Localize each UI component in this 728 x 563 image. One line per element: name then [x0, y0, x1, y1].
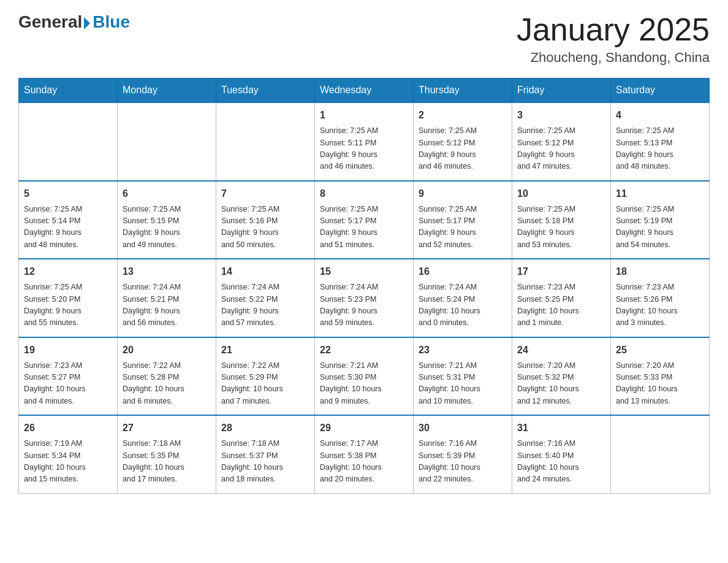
calendar-week-4: 19Sunrise: 7:23 AM Sunset: 5:27 PM Dayli…: [19, 337, 710, 416]
day-number: 31: [517, 421, 605, 435]
weekday-header-thursday: Thursday: [414, 79, 512, 103]
logo-blue-text: Blue: [93, 12, 130, 32]
weekday-header-tuesday: Tuesday: [216, 79, 315, 103]
calendar-week-1: 1Sunrise: 7:25 AM Sunset: 5:11 PM Daylig…: [19, 102, 710, 181]
calendar-cell: 22Sunrise: 7:21 AM Sunset: 5:30 PM Dayli…: [315, 337, 414, 416]
day-number: 22: [320, 343, 408, 358]
day-number: 30: [419, 421, 507, 435]
calendar-cell: 24Sunrise: 7:20 AM Sunset: 5:32 PM Dayli…: [512, 337, 611, 416]
month-title: January 2025: [517, 12, 710, 47]
day-info: Sunrise: 7:20 AM Sunset: 5:33 PM Dayligh…: [616, 360, 704, 408]
day-number: 19: [24, 343, 112, 358]
day-info: Sunrise: 7:25 AM Sunset: 5:19 PM Dayligh…: [616, 204, 704, 251]
calendar-cell: [216, 102, 315, 181]
calendar-cell: 7Sunrise: 7:25 AM Sunset: 5:16 PM Daylig…: [216, 181, 315, 259]
day-number: 27: [123, 421, 211, 435]
logo-general-text: General: [18, 12, 82, 32]
day-number: 17: [517, 264, 605, 279]
calendar-cell: 20Sunrise: 7:22 AM Sunset: 5:28 PM Dayli…: [118, 337, 216, 416]
calendar-cell: 12Sunrise: 7:25 AM Sunset: 5:20 PM Dayli…: [19, 259, 118, 337]
day-info: Sunrise: 7:21 AM Sunset: 5:30 PM Dayligh…: [320, 360, 408, 408]
day-number: 12: [24, 264, 112, 279]
calendar-cell: 3Sunrise: 7:25 AM Sunset: 5:12 PM Daylig…: [512, 102, 611, 181]
calendar-cell: 17Sunrise: 7:23 AM Sunset: 5:25 PM Dayli…: [512, 259, 611, 337]
day-number: 11: [616, 186, 704, 201]
day-info: Sunrise: 7:25 AM Sunset: 5:14 PM Dayligh…: [24, 204, 112, 251]
day-info: Sunrise: 7:24 AM Sunset: 5:23 PM Dayligh…: [320, 282, 408, 329]
day-number: 18: [616, 264, 704, 279]
calendar-cell: 9Sunrise: 7:25 AM Sunset: 5:17 PM Daylig…: [414, 181, 512, 259]
calendar-cell: 13Sunrise: 7:24 AM Sunset: 5:21 PM Dayli…: [118, 259, 216, 337]
day-info: Sunrise: 7:25 AM Sunset: 5:13 PM Dayligh…: [616, 125, 704, 173]
calendar-cell: 25Sunrise: 7:20 AM Sunset: 5:33 PM Dayli…: [611, 337, 710, 416]
logo: General Blue: [18, 12, 130, 32]
calendar-cell: 21Sunrise: 7:22 AM Sunset: 5:29 PM Dayli…: [216, 337, 315, 416]
calendar-cell: 2Sunrise: 7:25 AM Sunset: 5:12 PM Daylig…: [414, 102, 512, 181]
day-info: Sunrise: 7:24 AM Sunset: 5:21 PM Dayligh…: [123, 282, 211, 329]
calendar-cell: [118, 102, 216, 181]
day-info: Sunrise: 7:25 AM Sunset: 5:11 PM Dayligh…: [320, 125, 408, 173]
day-number: 3: [517, 108, 605, 123]
weekday-header-wednesday: Wednesday: [315, 79, 414, 103]
calendar-week-2: 5Sunrise: 7:25 AM Sunset: 5:14 PM Daylig…: [19, 181, 710, 259]
day-number: 7: [221, 186, 309, 201]
weekday-header-monday: Monday: [118, 79, 216, 103]
day-number: 8: [320, 186, 408, 201]
calendar-cell: 31Sunrise: 7:16 AM Sunset: 5:40 PM Dayli…: [512, 415, 611, 493]
day-number: 26: [24, 421, 112, 435]
day-info: Sunrise: 7:22 AM Sunset: 5:29 PM Dayligh…: [221, 360, 309, 408]
calendar-week-5: 26Sunrise: 7:19 AM Sunset: 5:34 PM Dayli…: [19, 415, 710, 493]
day-number: 9: [419, 186, 507, 201]
day-number: 1: [320, 108, 408, 123]
calendar-cell: 29Sunrise: 7:17 AM Sunset: 5:38 PM Dayli…: [315, 415, 414, 493]
day-number: 24: [517, 343, 605, 358]
day-info: Sunrise: 7:21 AM Sunset: 5:31 PM Dayligh…: [419, 360, 507, 408]
day-number: 14: [221, 264, 309, 279]
calendar-cell: [19, 102, 118, 181]
page-header: General Blue January 2025 Zhoucheng, Sha…: [18, 12, 710, 66]
day-number: 15: [320, 264, 408, 279]
day-info: Sunrise: 7:18 AM Sunset: 5:35 PM Dayligh…: [123, 438, 211, 486]
day-number: 5: [24, 186, 112, 201]
day-info: Sunrise: 7:25 AM Sunset: 5:18 PM Dayligh…: [517, 204, 605, 251]
calendar-cell: 14Sunrise: 7:24 AM Sunset: 5:22 PM Dayli…: [216, 259, 315, 337]
calendar-cell: 8Sunrise: 7:25 AM Sunset: 5:17 PM Daylig…: [315, 181, 414, 259]
day-info: Sunrise: 7:24 AM Sunset: 5:24 PM Dayligh…: [419, 282, 507, 329]
day-number: 20: [123, 343, 211, 358]
day-number: 29: [320, 421, 408, 435]
day-info: Sunrise: 7:23 AM Sunset: 5:26 PM Dayligh…: [616, 282, 704, 329]
calendar-cell: 4Sunrise: 7:25 AM Sunset: 5:13 PM Daylig…: [611, 102, 710, 181]
day-number: 10: [517, 186, 605, 201]
calendar-cell: 11Sunrise: 7:25 AM Sunset: 5:19 PM Dayli…: [611, 181, 710, 259]
day-info: Sunrise: 7:17 AM Sunset: 5:38 PM Dayligh…: [320, 438, 408, 486]
calendar-cell: 18Sunrise: 7:23 AM Sunset: 5:26 PM Dayli…: [611, 259, 710, 337]
day-number: 6: [123, 186, 211, 201]
day-info: Sunrise: 7:23 AM Sunset: 5:25 PM Dayligh…: [517, 282, 605, 329]
title-area: January 2025 Zhoucheng, Shandong, China: [517, 12, 710, 66]
calendar-cell: 16Sunrise: 7:24 AM Sunset: 5:24 PM Dayli…: [414, 259, 512, 337]
day-number: 16: [419, 264, 507, 279]
day-info: Sunrise: 7:19 AM Sunset: 5:34 PM Dayligh…: [24, 438, 112, 486]
day-info: Sunrise: 7:18 AM Sunset: 5:37 PM Dayligh…: [221, 438, 309, 486]
calendar-cell: 27Sunrise: 7:18 AM Sunset: 5:35 PM Dayli…: [118, 415, 216, 493]
calendar-cell: 19Sunrise: 7:23 AM Sunset: 5:27 PM Dayli…: [19, 337, 118, 416]
calendar-cell: [611, 415, 710, 493]
day-info: Sunrise: 7:16 AM Sunset: 5:39 PM Dayligh…: [419, 438, 507, 486]
calendar-cell: 30Sunrise: 7:16 AM Sunset: 5:39 PM Dayli…: [414, 415, 512, 493]
day-number: 4: [616, 108, 704, 123]
day-info: Sunrise: 7:25 AM Sunset: 5:16 PM Dayligh…: [221, 204, 309, 251]
day-info: Sunrise: 7:25 AM Sunset: 5:17 PM Dayligh…: [320, 204, 408, 251]
day-info: Sunrise: 7:23 AM Sunset: 5:27 PM Dayligh…: [24, 360, 112, 408]
day-info: Sunrise: 7:25 AM Sunset: 5:15 PM Dayligh…: [123, 204, 211, 251]
weekday-header-sunday: Sunday: [19, 79, 118, 103]
calendar-cell: 1Sunrise: 7:25 AM Sunset: 5:11 PM Daylig…: [315, 102, 414, 181]
calendar-cell: 26Sunrise: 7:19 AM Sunset: 5:34 PM Dayli…: [19, 415, 118, 493]
location-subtitle: Zhoucheng, Shandong, China: [517, 50, 710, 66]
calendar-cell: 6Sunrise: 7:25 AM Sunset: 5:15 PM Daylig…: [118, 181, 216, 259]
day-info: Sunrise: 7:16 AM Sunset: 5:40 PM Dayligh…: [517, 438, 605, 486]
day-number: 21: [221, 343, 309, 358]
weekday-header-saturday: Saturday: [611, 79, 710, 103]
calendar-cell: 23Sunrise: 7:21 AM Sunset: 5:31 PM Dayli…: [414, 337, 512, 416]
day-info: Sunrise: 7:25 AM Sunset: 5:12 PM Dayligh…: [419, 125, 507, 173]
day-info: Sunrise: 7:25 AM Sunset: 5:17 PM Dayligh…: [419, 204, 507, 251]
